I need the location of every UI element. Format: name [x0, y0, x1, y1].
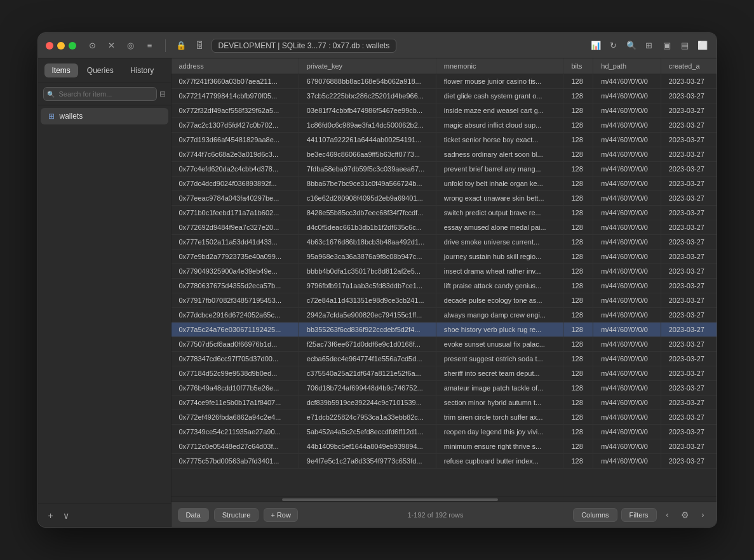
filters-button[interactable]: Filters	[621, 508, 657, 522]
cell-hd_path: m/44'/60'/0'/0/0	[593, 191, 661, 206]
cell-hd_path: m/44'/60'/0'/0/0	[593, 133, 661, 147]
table-row[interactable]: 0x77f241f3660a03b07aea211...679076888bb8…	[172, 74, 717, 89]
next-page-button[interactable]: ›	[696, 508, 710, 522]
cell-hd_path: m/44'/60'/0'/0/0	[593, 454, 661, 469]
close-button[interactable]	[46, 42, 53, 50]
cell-created_a: 2023-03-27	[661, 352, 716, 366]
filter-icon[interactable]: ⊟	[159, 90, 166, 98]
cell-mnemonic: magic absurd inflict cloud sup...	[436, 118, 563, 133]
bottom-right-buttons: Columns Filters ‹ ⚙ ›	[573, 508, 710, 522]
close-icon[interactable]: ✕	[105, 39, 118, 52]
list-icon[interactable]: ≡	[144, 39, 156, 52]
table-row[interactable]: 0x77d193d66af45481829aa8e...441107a92226…	[172, 133, 717, 147]
table-row[interactable]: 0x77507d5cf8aad0f66976b1d...f25ac73f6ee6…	[172, 337, 717, 352]
maximize-icon[interactable]: ⬜	[696, 39, 709, 52]
add-row-button[interactable]: + Row	[264, 508, 298, 522]
cell-created_a: 2023-03-27	[661, 103, 716, 118]
data-tab-button[interactable]: Data	[178, 508, 209, 522]
table-row[interactable]: 0x77917fb07082f34857195453...c72e84a11d4…	[172, 293, 717, 308]
table-row[interactable]: 0x771b0c1feebd171a7a1b602...8428e55b85cc…	[172, 206, 717, 220]
table-row[interactable]: 0x7780637675d4355d2eca57b...9796fbfb917a…	[172, 279, 717, 293]
stats-icon[interactable]: 📊	[589, 39, 602, 52]
titlebar-url[interactable]: DEVELOPMENT | SQLite 3...77 : 0x77.db : …	[212, 39, 397, 53]
col-created[interactable]: created_a	[661, 58, 716, 74]
table-row[interactable]: 0x7775c57bd00563ab7fd3401...9e4f7e5c1c27…	[172, 454, 717, 469]
search-input[interactable]	[43, 87, 157, 101]
cell-private_key: 4b63c1676d86b18bcb3b48aa492d1...	[299, 235, 436, 250]
sidebar-item-wallets[interactable]: ⊞ wallets	[41, 108, 168, 124]
cell-mnemonic: ticket senior horse boy exact...	[436, 133, 563, 147]
table-row[interactable]: 0x776b49a48cdd10f77b5e26e...706d18b724af…	[172, 381, 717, 396]
cell-mnemonic: switch predict output brave re...	[436, 206, 563, 220]
database-icon[interactable]: 🗄	[194, 39, 206, 52]
cell-bits: 128	[563, 381, 593, 396]
table-row[interactable]: 0x77dc4dcd9024f036893892f...8bba67be7bc9…	[172, 177, 717, 191]
tab-items[interactable]: Items	[44, 63, 78, 77]
horizontal-scrollbar[interactable]	[172, 497, 717, 502]
table-row[interactable]: 0x77dcbce2916d6724052a65c...2942a7cfda5e…	[172, 308, 717, 323]
table-row[interactable]: 0x777e1502a11a53dd41d433...4b63c1676d86b…	[172, 235, 717, 250]
table-row[interactable]: 0x778347cd6cc97f705d37d00...ecba65dec4e9…	[172, 352, 717, 366]
sidebar-item-label: wallets	[60, 112, 83, 121]
cell-bits: 128	[563, 162, 593, 177]
col-address[interactable]: address	[172, 58, 299, 74]
cell-created_a: 2023-03-27	[661, 454, 716, 469]
table-row[interactable]: 0x774ce9fe11e5b0b17a1f8407...dcf839b5919…	[172, 396, 717, 410]
cell-mnemonic: present suggest ostrich soda t...	[436, 352, 563, 366]
settings-button[interactable]: ⚙	[678, 508, 692, 522]
columns-icon[interactable]: ⊞	[643, 39, 656, 52]
table-row[interactable]: 0x772ef4926fbda6862a94c2e4...e71dcb22582…	[172, 410, 717, 425]
col-bits[interactable]: bits	[563, 58, 593, 74]
table-row[interactable]: 0x77ac2c1307d5fd427c0b702...1c86fd0c6c98…	[172, 118, 717, 133]
search-icon[interactable]: 🔍	[625, 39, 638, 52]
cell-bits: 128	[563, 220, 593, 235]
col-hd-path[interactable]: hd_path	[593, 58, 661, 74]
cell-mnemonic: prevent brief barrel any mang...	[436, 162, 563, 177]
table-row[interactable]: 0x7744f7c6c68a2e3a019d6c3...be3ec469c860…	[172, 147, 717, 162]
sidebar-right-icon[interactable]: ▤	[678, 39, 691, 52]
table-row[interactable]: 0x779049325900a4e39eb49e...bbbb4b0dfa1c3…	[172, 264, 717, 279]
table-container[interactable]: address private_key mnemonic bits hd_pat…	[172, 58, 717, 497]
table-row[interactable]: 0x77e9bd2a77923735e40a099...95a968e3ca36…	[172, 250, 717, 264]
columns-button[interactable]: Columns	[573, 508, 617, 522]
cell-address: 0x77d193d66af45481829aa8e...	[172, 133, 299, 147]
expand-button[interactable]: ∨	[60, 509, 72, 522]
cell-private_key: 2942a7cfda5e900820ec794155c1ff...	[299, 308, 436, 323]
cell-private_key: 03e81f74cbbfb474986f5467ee99cb...	[299, 103, 436, 118]
lock-icon[interactable]: 🔒	[175, 39, 187, 52]
table-row[interactable]: 0x77a5c24a76e030671192425...bb355263f6cd…	[172, 323, 717, 337]
col-private-key[interactable]: private_key	[299, 58, 436, 74]
table-row[interactable]: 0x77184d52c99e9538d9b0ed...c375540a25a21…	[172, 366, 717, 381]
table-row[interactable]: 0x77eeac9784a043fa40297be...c16e62d28090…	[172, 191, 717, 206]
cell-created_a: 2023-03-27	[661, 337, 716, 352]
eye-icon[interactable]: ◎	[125, 39, 137, 52]
cell-created_a: 2023-03-27	[661, 439, 716, 454]
cell-bits: 128	[563, 147, 593, 162]
maximize-button[interactable]	[69, 42, 76, 50]
table-row[interactable]: 0x7712c0e05448ed27c64d03f...44b1409bc5ef…	[172, 439, 717, 454]
table-row[interactable]: 0x7721477998414cbfb970f05...37cb5c2225bb…	[172, 89, 717, 103]
minimize-button[interactable]	[57, 42, 65, 50]
tab-history[interactable]: History	[123, 63, 161, 77]
cell-bits: 128	[563, 308, 593, 323]
cell-mnemonic: reopen day legend this joy vivi...	[436, 425, 563, 439]
cell-hd_path: m/44'/60'/0'/0/0	[593, 206, 661, 220]
cell-hd_path: m/44'/60'/0'/0/0	[593, 425, 661, 439]
cell-hd_path: m/44'/60'/0'/0/0	[593, 220, 661, 235]
person-icon[interactable]: ⊙	[86, 39, 99, 52]
tab-queries[interactable]: Queries	[79, 63, 121, 77]
cell-bits: 128	[563, 264, 593, 279]
sidebar-left-icon[interactable]: ▣	[661, 39, 673, 52]
cell-hd_path: m/44'/60'/0'/0/0	[593, 308, 661, 323]
cell-private_key: 95a968e3ca36a3876a9f8c08b947c...	[299, 250, 436, 264]
col-mnemonic[interactable]: mnemonic	[436, 58, 563, 74]
cell-address: 0x77507d5cf8aad0f66976b1d...	[172, 337, 299, 352]
structure-tab-button[interactable]: Structure	[214, 508, 259, 522]
prev-page-button[interactable]: ‹	[661, 508, 675, 522]
table-row[interactable]: 0x772692d9484f9ea7c327e20...d4c0f5deac66…	[172, 220, 717, 235]
table-row[interactable]: 0x772f32df49acf558f329f62a5...03e81f74cb…	[172, 103, 717, 118]
refresh-icon[interactable]: ↻	[607, 39, 620, 52]
table-row[interactable]: 0x77349ce54c211935ae27a90...5ab452a4a5c2…	[172, 425, 717, 439]
add-item-button[interactable]: +	[44, 509, 57, 522]
table-row[interactable]: 0x77c4efd620da2c4cbb4d378...7fdba58eba97…	[172, 162, 717, 177]
